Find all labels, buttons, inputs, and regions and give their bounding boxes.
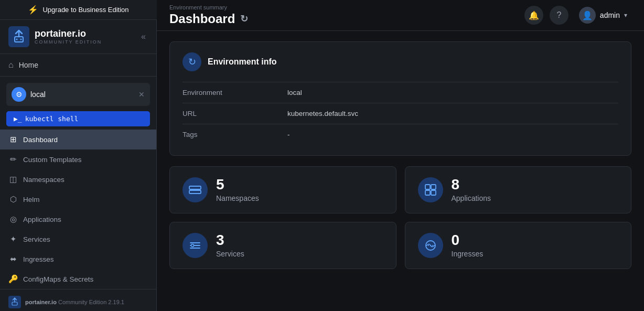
helm-icon: ⬡: [8, 195, 18, 204]
services-label: Services: [216, 250, 244, 258]
logo-sub-text: COMMUNITY EDITION: [35, 39, 102, 45]
stat-card-ingresses[interactable]: 0 Ingresses: [405, 222, 632, 269]
namespaces-label: Namespaces: [216, 194, 259, 202]
user-menu-chevron-icon: ▾: [624, 12, 627, 19]
main-content: Environment summary Dashboard ↻ 🔔 ? 👤: [157, 0, 644, 311]
sidebar-item-namespaces[interactable]: ◫ Namespaces: [0, 169, 156, 189]
sidebar-item-dashboard-label: Dashboard: [23, 136, 58, 144]
env-info-row-url: URL kubernetes.default.svc: [183, 103, 618, 124]
namespaces-stat-info: 5 Namespaces: [216, 177, 259, 202]
sidebar-item-helm-label: Helm: [23, 196, 40, 203]
stats-grid: 5 Namespaces 8: [169, 166, 631, 269]
sidebar-collapse-button[interactable]: «: [139, 30, 148, 44]
logo-inner: portainer.io COMMUNITY EDITION: [8, 26, 102, 47]
svg-rect-9: [431, 185, 436, 189]
env-summary-label: Environment summary: [169, 4, 248, 10]
sidebar-item-custom-templates-label: Custom Templates: [23, 156, 82, 164]
svg-point-3: [20, 39, 22, 40]
env-info-title: Environment info: [208, 57, 277, 67]
sidebar-item-home[interactable]: ⌂ Home: [0, 54, 156, 77]
env-name: local: [30, 90, 134, 99]
portainer-logo-icon: [8, 26, 29, 47]
kubectl-shell-button[interactable]: ▶_ kubectl shell: [6, 111, 150, 126]
content-area: ↻ Environment info Environment local URL…: [157, 31, 644, 311]
user-avatar: 👤: [579, 7, 596, 24]
sidebar-item-configmaps-label: ConfigMaps & Secrets: [23, 275, 93, 283]
services-stat-icon: [183, 233, 208, 258]
dashboard-icon: ⊞: [8, 135, 18, 144]
env-label-url: URL: [183, 110, 287, 117]
question-icon: ?: [556, 10, 561, 20]
home-icon: ⌂: [8, 60, 14, 70]
topbar: Environment summary Dashboard ↻ 🔔 ? 👤: [157, 0, 644, 31]
sidebar-item-applications[interactable]: ◎ Applications: [0, 209, 156, 229]
sidebar-footer: portainer.io Community Edition 2.19.1: [0, 289, 156, 311]
stat-card-applications[interactable]: 8 Applications: [405, 166, 632, 213]
services-icon: ✦: [8, 234, 18, 244]
sidebar-item-configmaps[interactable]: 🔑 ConfigMaps & Secrets: [0, 269, 156, 289]
bell-icon: 🔔: [529, 10, 539, 20]
sidebar-item-ingresses[interactable]: ⬌ Ingresses: [0, 249, 156, 269]
sidebar-item-ingresses-label: Ingresses: [23, 255, 54, 263]
configmaps-icon: 🔑: [8, 274, 18, 284]
svg-point-12: [191, 244, 194, 247]
applications-label: Applications: [452, 194, 491, 202]
env-info-row-environment: Environment local: [183, 82, 618, 103]
services-stat-info: 3 Services: [216, 233, 244, 258]
logo-main-text: portainer.io: [35, 29, 102, 39]
page-title-text: Dashboard: [169, 12, 235, 26]
stat-card-services[interactable]: 3 Services: [169, 222, 396, 269]
env-info-header: ↻ Environment info: [183, 52, 618, 71]
env-value-environment: local: [287, 89, 302, 96]
svg-rect-10: [425, 190, 430, 195]
sidebar-item-namespaces-label: Namespaces: [23, 176, 65, 184]
user-menu[interactable]: 👤 admin ▾: [575, 5, 631, 26]
sidebar-item-services[interactable]: ✦ Services: [0, 229, 156, 249]
svg-rect-8: [425, 185, 430, 189]
env-info-row-tags: Tags -: [183, 124, 618, 145]
topbar-left: Environment summary Dashboard ↻: [169, 4, 248, 26]
upgrade-label: Upgrade to Business Edition: [42, 6, 128, 14]
ingresses-stat-info: 0 Ingresses: [452, 233, 484, 258]
env-value-url: kubernetes.default.svc: [287, 110, 358, 117]
namespaces-count: 5: [216, 177, 259, 192]
ingresses-count: 0: [452, 233, 484, 248]
ingresses-icon: ⬌: [8, 254, 18, 264]
refresh-icon[interactable]: ↻: [240, 13, 248, 25]
page-title: Dashboard ↻: [169, 12, 248, 26]
home-label: Home: [19, 61, 38, 69]
notifications-button[interactable]: 🔔: [524, 6, 543, 25]
ingresses-stat-icon: [418, 233, 443, 258]
applications-icon: ◎: [8, 215, 18, 224]
footer-edition: Community Edition: [58, 299, 106, 305]
sidebar-item-applications-label: Applications: [23, 216, 61, 223]
env-label-environment: Environment: [183, 89, 287, 96]
environment-selector[interactable]: ⚙ local ✕: [6, 83, 150, 106]
environment-info-card: ↻ Environment info Environment local URL…: [169, 41, 631, 156]
env-close-button[interactable]: ✕: [138, 90, 145, 99]
services-count: 3: [216, 233, 244, 248]
user-name-label: admin: [600, 11, 620, 19]
upgrade-icon: ⚡: [28, 5, 38, 15]
sidebar-nav: ⊞ Dashboard ✏ Custom Templates ◫ Namespa…: [0, 130, 156, 289]
sidebar-item-dashboard[interactable]: ⊞ Dashboard: [0, 130, 156, 149]
sidebar-item-helm[interactable]: ⬡ Helm: [0, 189, 156, 209]
stat-card-namespaces[interactable]: 5 Namespaces: [169, 166, 396, 213]
applications-stat-info: 8 Applications: [452, 177, 491, 202]
env-label-tags: Tags: [183, 131, 287, 138]
applications-stat-icon: [418, 177, 443, 202]
sidebar-item-custom-templates[interactable]: ✏ Custom Templates: [0, 149, 156, 169]
logo-text-group: portainer.io COMMUNITY EDITION: [35, 29, 102, 45]
namespaces-icon: ◫: [8, 175, 18, 184]
custom-templates-icon: ✏: [8, 155, 18, 164]
help-button[interactable]: ?: [550, 6, 568, 25]
footer-brand-name: portainer.io: [25, 299, 57, 305]
user-avatar-icon: 👤: [582, 10, 593, 20]
kubectl-label: kubectl shell: [25, 115, 79, 123]
env-info-icon: ↻: [183, 52, 201, 71]
upgrade-bar[interactable]: ⚡ Upgrade to Business Edition: [0, 0, 157, 20]
svg-rect-7: [189, 190, 201, 194]
app-container: ⚡ Upgrade to Business Edition portainer.…: [0, 0, 644, 311]
topbar-right: 🔔 ? 👤 admin ▾: [524, 5, 631, 26]
kubectl-prompt-icon: ▶_: [14, 115, 22, 123]
